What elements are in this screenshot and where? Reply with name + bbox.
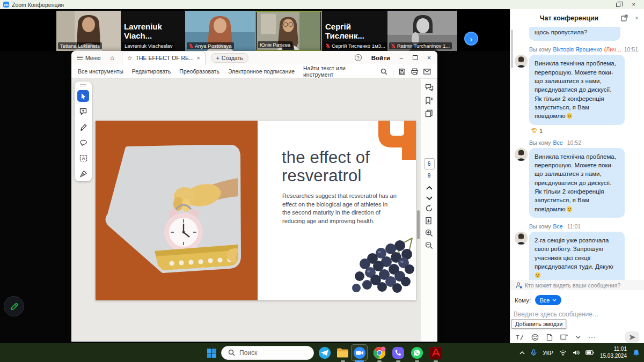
pop-out-icon[interactable] [621, 14, 628, 21]
toolbar-all-tools[interactable]: Все инструменты [78, 68, 123, 75]
attach-file-icon[interactable] [546, 334, 553, 341]
participants-strip: Tetiana Lukianets Lavreniuk Viach... Lav… [0, 9, 510, 51]
mail-share-icon[interactable] [423, 69, 431, 75]
start-button[interactable] [204, 346, 218, 360]
window-title: Zoom Конференция [12, 2, 64, 8]
slide-title-line2: resveratrol [282, 167, 370, 185]
taskbar-clock[interactable]: 11:01 15.03.2024 [600, 346, 627, 359]
slide-bracket-decoration [378, 121, 416, 160]
audience-dropdown[interactable]: Все [535, 295, 561, 305]
zoom-logo-icon: zm [3, 2, 9, 8]
quick-tools-palette: A [75, 82, 92, 181]
taskbar-chrome[interactable] [372, 346, 386, 360]
rotate-page-icon[interactable] [425, 204, 433, 212]
message-recipient[interactable]: Все [553, 223, 563, 230]
comment-tool-button[interactable] [77, 106, 89, 117]
comments-panel-icon[interactable] [425, 84, 434, 92]
participant-name-label: Сергій Тисленко 1м3... [332, 43, 385, 49]
previous-page-chevron-icon[interactable] [426, 186, 433, 190]
language-indicator[interactable]: УКР [543, 350, 553, 356]
chat-messages-list[interactable]: щось пропустила? Вы кому Вікторія Ярошен… [510, 27, 644, 282]
participant-tile-yulia-active-speaker[interactable]: Юлія Ратієва [255, 11, 322, 51]
participant-tile-lavreniuk[interactable]: Lavreniuk Viach... Lavreniuk Viacheslav [121, 11, 185, 51]
zoom-in-icon[interactable] [425, 229, 433, 237]
next-page-chevron-icon[interactable] [426, 196, 433, 200]
screenshot-icon[interactable] [560, 334, 568, 341]
current-page-input[interactable]: 6 [424, 158, 435, 169]
page-thumbnails-icon[interactable] [425, 109, 433, 117]
slide-title-line1: the effect of [282, 149, 370, 167]
battery-icon[interactable] [586, 350, 594, 355]
notification-bell-icon[interactable] [633, 349, 640, 357]
close-window-button[interactable]: × [632, 2, 635, 8]
participant-tile-anya[interactable]: Anya Postovaya [185, 11, 255, 51]
create-button[interactable]: + Создать [211, 53, 248, 63]
toolbar-convert[interactable]: Преобразовать [179, 68, 219, 75]
toolbar-edit[interactable]: Редактировать [132, 68, 171, 75]
lasso-tool-button[interactable] [77, 137, 89, 149]
pdf-scrollbar-thumb[interactable] [417, 210, 420, 239]
format-text-icon[interactable]: T [516, 334, 524, 341]
taskbar-telegram[interactable] [318, 346, 332, 360]
home-icon[interactable]: ⌂ [106, 54, 118, 62]
help-icon[interactable]: ? [355, 54, 362, 61]
annotation-pencil-button[interactable] [4, 296, 24, 316]
taskbar-viber[interactable] [391, 346, 405, 360]
send-message-button[interactable] [625, 331, 639, 343]
print-icon[interactable] [411, 68, 419, 75]
maximize-window-icon[interactable] [413, 55, 418, 60]
person-icon [516, 282, 522, 289]
participant-tile-sergiy[interactable]: Сергій Тисленк... Сергій Тисленко 1м3... [322, 11, 387, 51]
message-reaction[interactable]: 1 [531, 128, 644, 134]
participant-tile-tetiana[interactable]: Tetiana Lukianets [56, 11, 121, 51]
clock-time: 11:01 [600, 346, 627, 353]
tray-expand-chevron-icon[interactable] [519, 351, 525, 354]
find-label[interactable]: Найти текст или инструмент [303, 65, 375, 78]
comment-plus-icon [79, 108, 87, 115]
star-icon[interactable]: ☆ [127, 55, 133, 62]
smiley-emoji [566, 113, 573, 119]
palette-drag-handle[interactable] [80, 84, 86, 86]
toolbar-esign[interactable]: Электронное подписание [228, 68, 295, 75]
emoji-picker-icon[interactable] [531, 334, 539, 341]
svg-text:T: T [516, 334, 519, 341]
wifi-icon[interactable] [559, 350, 567, 356]
save-icon[interactable] [399, 68, 406, 75]
message-recipient[interactable]: Вікторія Ярошенко [553, 46, 602, 53]
fill-sign-tool-button[interactable] [77, 168, 89, 180]
zoom-out-icon[interactable] [425, 241, 433, 249]
taskbar-search-box[interactable]: Поиск [221, 346, 314, 360]
login-button[interactable]: Войти [371, 55, 390, 61]
speaker-icon[interactable] [573, 350, 580, 356]
search-icon[interactable] [380, 68, 387, 75]
meeting-chat-panel: Чат конференции × щось пропустила? Вы ко… [510, 9, 644, 343]
more-composer-options-icon[interactable]: ··· [588, 334, 596, 341]
chevron-down-icon[interactable] [576, 336, 581, 339]
pencil-tool-button[interactable] [77, 121, 89, 133]
select-tool-button[interactable] [77, 90, 89, 102]
minimize-window-icon[interactable]: – [400, 55, 403, 61]
next-participants-page-button[interactable]: › [464, 32, 478, 46]
message-header: Вы кому Все 10:52 [529, 139, 638, 146]
document-tab[interactable]: ☆ THE EFFECT OF RE... × [122, 51, 206, 64]
pencil-icon [79, 123, 87, 131]
close-tab-icon[interactable]: × [197, 55, 200, 61]
taskbar-acrobat[interactable] [429, 346, 443, 360]
close-chat-icon[interactable]: × [635, 15, 639, 21]
taskbar-file-explorer[interactable] [336, 346, 350, 360]
bookmarks-panel-icon[interactable] [425, 97, 433, 105]
search-placeholder: Поиск [239, 349, 257, 357]
close-acrobat-icon[interactable]: × [427, 55, 431, 61]
text-box-tool-button[interactable]: A [77, 152, 89, 164]
restore-window-button[interactable] [616, 3, 620, 7]
menu-label: Меню [85, 55, 100, 61]
message-recipient[interactable]: Все [553, 139, 563, 146]
extract-page-icon[interactable] [425, 217, 433, 225]
tray-mic-icon[interactable] [531, 349, 537, 357]
acrobat-menu-button[interactable]: Меню [71, 51, 106, 64]
participant-tile-ratmir[interactable]: Ratmir Turchaninov 1... [387, 11, 457, 51]
taskbar-zoom[interactable] [353, 346, 367, 360]
chat-message-input[interactable] [514, 309, 637, 319]
taskbar-whatsapp[interactable] [410, 346, 424, 360]
avatar-photo [515, 148, 528, 161]
